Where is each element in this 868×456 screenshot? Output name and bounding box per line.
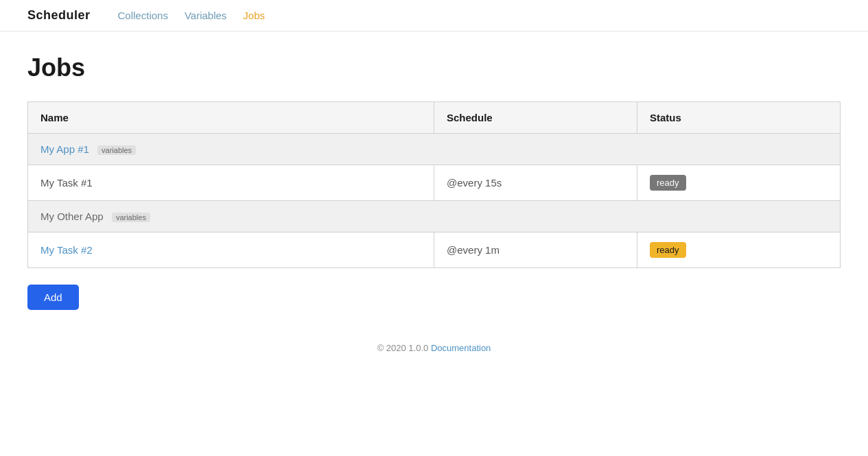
col-header-status: Status	[637, 102, 841, 134]
task-schedule: @every 1m	[447, 244, 500, 256]
table-row: My Other App variables	[28, 201, 841, 232]
table-row: My Task #1 @every 15s ready	[28, 165, 841, 201]
task-status-cell: ready	[637, 232, 841, 268]
task-name-link[interactable]: My Task #2	[40, 244, 93, 256]
task-schedule-cell: @every 1m	[434, 232, 637, 268]
table-row: My App #1 variables	[28, 134, 841, 165]
table-header-row: Name Schedule Status	[28, 102, 841, 134]
page-title: Jobs	[27, 53, 841, 82]
task-name: My Task #1	[40, 177, 93, 189]
navbar: Scheduler Collections Variables Jobs	[0, 0, 868, 32]
task-schedule: @every 15s	[447, 177, 502, 189]
nav-link-variables[interactable]: Variables	[185, 10, 226, 21]
nav-link-jobs[interactable]: Jobs	[243, 10, 265, 21]
col-header-name: Name	[28, 102, 434, 134]
app-name: My Other App	[40, 211, 104, 222]
task-name-cell: My Task #1	[28, 165, 434, 201]
jobs-table: Name Schedule Status My App #1 variables…	[27, 101, 841, 268]
status-badge: ready	[650, 242, 686, 258]
footer: © 2020 1.0.0 Documentation	[27, 343, 841, 353]
table-row: My Task #2 @every 1m ready	[28, 232, 841, 268]
add-button[interactable]: Add	[27, 285, 79, 310]
footer-doc-link[interactable]: Documentation	[431, 343, 491, 353]
footer-text: © 2020 1.0.0	[377, 343, 429, 353]
task-status-cell: ready	[637, 165, 841, 201]
app-group-cell: My Other App variables	[28, 201, 841, 232]
main-content: Jobs Name Schedule Status My App #1 vari…	[0, 32, 868, 375]
status-badge: ready	[650, 175, 686, 191]
app-name-link[interactable]: My App #1	[40, 143, 89, 155]
nav-link-collections[interactable]: Collections	[118, 10, 168, 21]
variables-badge: variables	[97, 145, 136, 155]
app-group-cell: My App #1 variables	[28, 134, 841, 165]
col-header-schedule: Schedule	[434, 102, 637, 134]
task-schedule-cell: @every 15s	[434, 165, 637, 201]
brand: Scheduler	[27, 8, 91, 23]
task-name-cell: My Task #2	[28, 232, 434, 268]
variables-badge: variables	[112, 213, 150, 222]
